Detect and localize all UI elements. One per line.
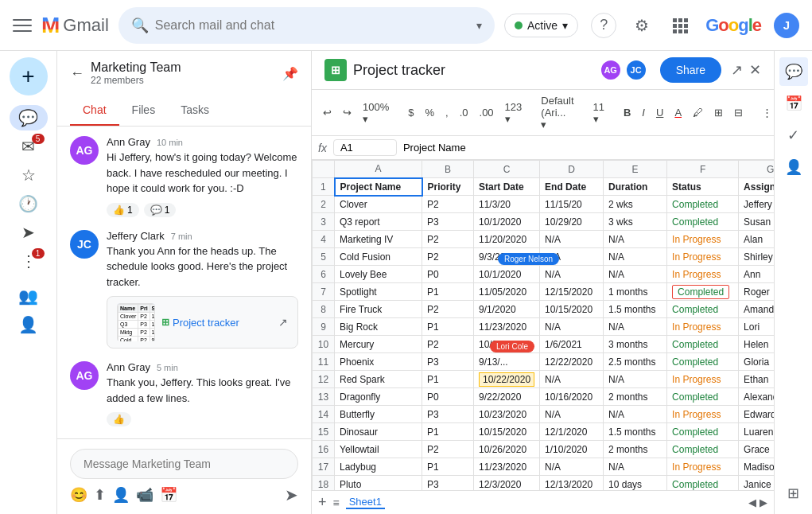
mention-icon[interactable]: 👤 [112,486,130,504]
cell-name[interactable]: Q3 report [335,213,422,231]
font-size-select[interactable]: 11 ▾ [589,98,609,128]
cell-duration[interactable]: 1 months [604,283,667,301]
attachment-open-icon[interactable]: ↗ [278,316,288,329]
cell-priority[interactable]: P3 [422,213,474,231]
cell-name[interactable]: Butterfly [335,406,422,423]
cell-duration[interactable]: N/A [604,318,667,336]
col-header-c[interactable]: C [474,161,540,178]
cell-b1[interactable]: Priority [422,178,474,196]
right-tasks-icon[interactable]: ✓ [779,121,808,150]
cell-priority[interactable]: P2 [422,248,474,266]
settings-icon[interactable]: ⚙ [629,13,655,38]
more-options-button[interactable]: ⋮ [757,103,774,122]
cell-d1[interactable]: End Date [540,178,604,196]
cell-priority[interactable]: P1 [422,283,474,301]
cell-end[interactable]: 12/13/2020 [540,476,604,491]
close-sheet-icon[interactable]: ✕ [749,61,761,79]
cell-assignee[interactable]: Gloria [739,353,774,371]
format-dollar[interactable]: $ [403,103,418,122]
cell-status[interactable]: Completed [667,301,739,318]
cell-priority[interactable]: P3 [422,406,474,423]
text-color-button[interactable]: A [670,103,686,122]
cell-duration[interactable]: 2 wks [604,196,667,213]
cell-start[interactable]: Roger Nelson10/1/2020 [474,266,540,283]
cell-end[interactable]: N/A [540,266,604,283]
cell-start[interactable]: 10/1/2020 [474,213,540,231]
cell-end[interactable]: N/A [540,371,604,388]
col-header-g[interactable]: G [739,161,774,178]
cell-assignee[interactable]: Ethan [739,371,774,388]
cell-end[interactable]: 1/10/2020 [540,441,604,458]
cell-status[interactable]: In Progress [667,458,739,476]
sidebar-send-icon[interactable]: ➤ [10,220,48,245]
cell-status[interactable]: Completed [667,213,739,231]
cell-end[interactable]: 12/15/2020 [540,283,604,301]
cell-priority[interactable]: P1 [422,423,474,441]
cell-duration[interactable]: 2.5 months [604,353,667,371]
cell-start[interactable]: 11/3/20 [474,196,540,213]
sheet-navigation[interactable]: ◀ ▶ [748,496,767,508]
send-button[interactable]: ➤ [285,485,298,504]
cell-end[interactable]: 12/1/2020 [540,423,604,441]
cell-duration[interactable]: N/A [604,371,667,388]
cell-g1[interactable]: Assignee [739,178,774,196]
hamburger-menu[interactable] [13,16,32,35]
cell-name[interactable]: Dinosaur [335,423,422,441]
format-123[interactable]: 123 ▾ [500,98,527,128]
cell-name[interactable]: Big Rock [335,318,422,336]
sidebar-clock-icon[interactable]: 🕐 [10,191,48,216]
cell-end[interactable]: 10/15/2020 [540,301,604,318]
cell-assignee[interactable]: Jeffery [739,196,774,213]
video-icon[interactable]: 📹 [136,486,153,504]
right-chat-icon[interactable]: 💬 [779,57,808,86]
sheet-grid-wrapper[interactable]: A B C D E F G H 1 Project Name [312,160,774,490]
add-sheet-button[interactable]: + [318,494,327,511]
cell-priority[interactable]: P3 [422,476,474,491]
cell-end[interactable]: N/A [540,231,604,248]
cell-status[interactable]: In Progress [667,371,739,388]
format-comma[interactable]: , [441,103,453,122]
cell-end[interactable]: 10/16/2020 [540,388,604,406]
cell-name[interactable]: Spotlight [335,283,422,301]
cell-start[interactable]: 12/3/2020 [474,476,540,491]
cell-duration[interactable]: 1.5 months [604,423,667,441]
status-button[interactable]: Active ▾ [504,14,578,37]
cell-duration[interactable]: 3 months [604,336,667,353]
cell-start[interactable]: 11/23/2020 [474,458,540,476]
cell-status[interactable]: In Progress [667,266,739,283]
cell-priority[interactable]: P1 [422,458,474,476]
cell-status[interactable]: In Progress [667,406,739,423]
cell-assignee[interactable]: Grace [739,441,774,458]
cell-status[interactable]: Completed [667,441,739,458]
cell-status[interactable]: In Progress [667,318,739,336]
cell-name[interactable]: Lovely Bee [335,266,422,283]
tab-chat[interactable]: Chat [70,95,119,126]
cell-duration[interactable]: 3 wks [604,213,667,231]
cell-name[interactable]: Dragonfly [335,388,422,406]
cell-status[interactable]: In Progress [667,248,739,266]
cell-start[interactable]: 10/15/2020 [474,423,540,441]
cell-e1[interactable]: Duration [604,178,667,196]
cell-assignee[interactable]: Alexander [739,388,774,406]
cell-duration[interactable]: N/A [604,231,667,248]
reaction-thumbsup-3[interactable]: 👍 [107,412,131,426]
help-button[interactable]: ? [591,13,616,38]
cell-name[interactable]: Phoenix [335,353,422,371]
cell-assignee[interactable]: Lori [739,318,774,336]
cell-name[interactable]: Clover [335,196,422,213]
cell-status[interactable]: In Progress [667,231,739,248]
cell-start[interactable]: 10/22/2020 [474,371,540,388]
cell-f1[interactable]: Status [667,178,739,196]
search-dropdown-icon[interactable]: ▾ [476,19,482,32]
col-header-d[interactable]: D [540,161,604,178]
right-expand-icon[interactable]: ⊞ [779,479,808,508]
format-decimal-more[interactable]: .00 [475,103,499,122]
search-bar[interactable]: 🔍 ▾ [118,7,495,44]
attachment-project-tracker[interactable]: NamePriStartEndDurStatus CloverP211/311/… [107,296,298,349]
cell-name[interactable]: Pluto [335,476,422,491]
cell-assignee[interactable]: Amanda [739,301,774,318]
cell-assignee[interactable]: Shirley [739,248,774,266]
cell-assignee[interactable]: Edward [739,406,774,423]
upload-icon[interactable]: ⬆ [94,486,106,504]
cell-start[interactable]: Lori Cole9/13/... [474,353,540,371]
